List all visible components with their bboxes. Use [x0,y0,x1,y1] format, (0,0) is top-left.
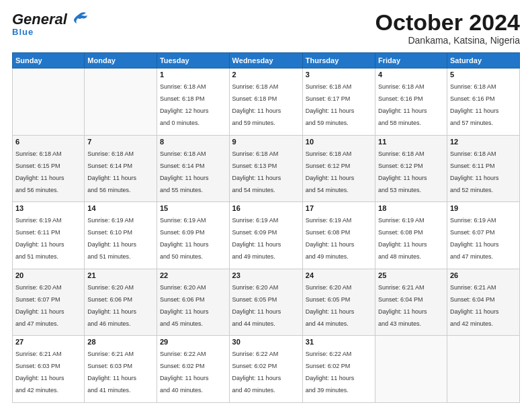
day-details: Sunrise: 6:18 AMSunset: 6:15 PMDaylight:… [15,150,64,193]
day-cell: 14 Sunrise: 6:19 AMSunset: 6:10 PMDaylig… [85,202,157,269]
day-details: Sunrise: 6:18 AMSunset: 6:13 PMDaylight:… [232,150,281,193]
day-details: Sunrise: 6:19 AMSunset: 6:11 PMDaylight:… [15,217,64,260]
header-saturday: Saturday [447,53,519,68]
day-number: 4 [378,71,444,79]
day-details: Sunrise: 6:22 AMSunset: 6:02 PMDaylight:… [160,351,209,394]
day-details: Sunrise: 6:20 AMSunset: 6:07 PMDaylight:… [15,284,64,327]
day-number: 17 [306,204,372,212]
week-row-2: 6 Sunrise: 6:18 AMSunset: 6:15 PMDayligh… [13,135,520,202]
day-number: 6 [15,138,81,146]
day-number: 10 [306,138,372,146]
day-number: 15 [160,204,226,212]
day-cell: 31 Sunrise: 6:22 AMSunset: 6:02 PMDaylig… [302,336,375,403]
header-friday: Friday [375,53,447,68]
week-row-3: 13 Sunrise: 6:19 AMSunset: 6:11 PMDaylig… [13,202,520,269]
day-cell [447,336,519,403]
header-thursday: Thursday [302,53,375,68]
day-number: 21 [87,271,154,279]
header-sunday: Sunday [13,53,85,68]
day-details: Sunrise: 6:18 AMSunset: 6:18 PMDaylight:… [160,83,209,126]
day-cell: 23 Sunrise: 6:20 AMSunset: 6:05 PMDaylig… [229,269,302,336]
day-details: Sunrise: 6:18 AMSunset: 6:12 PMDaylight:… [306,150,355,193]
day-cell: 20 Sunrise: 6:20 AMSunset: 6:07 PMDaylig… [13,269,85,336]
day-details: Sunrise: 6:19 AMSunset: 6:09 PMDaylight:… [232,217,281,260]
day-details: Sunrise: 6:18 AMSunset: 6:12 PMDaylight:… [378,150,427,193]
day-cell: 2 Sunrise: 6:18 AMSunset: 6:18 PMDayligh… [229,68,302,136]
day-details: Sunrise: 6:18 AMSunset: 6:18 PMDaylight:… [232,83,281,126]
day-cell: 16 Sunrise: 6:19 AMSunset: 6:09 PMDaylig… [229,202,302,269]
day-number: 9 [232,138,300,146]
day-cell [13,68,85,136]
logo: General Blue [12,11,89,37]
day-number: 1 [160,71,226,79]
weekday-header-row: Sunday Monday Tuesday Wednesday Thursday… [13,53,520,68]
day-cell: 15 Sunrise: 6:19 AMSunset: 6:09 PMDaylig… [157,202,229,269]
day-number: 8 [160,138,226,146]
day-cell: 28 Sunrise: 6:21 AMSunset: 6:03 PMDaylig… [85,336,157,403]
day-details: Sunrise: 6:18 AMSunset: 6:17 PMDaylight:… [306,83,355,126]
day-number: 30 [232,338,300,346]
day-details: Sunrise: 6:20 AMSunset: 6:06 PMDaylight:… [160,284,209,327]
day-cell: 17 Sunrise: 6:19 AMSunset: 6:08 PMDaylig… [302,202,375,269]
day-details: Sunrise: 6:18 AMSunset: 6:16 PMDaylight:… [378,83,427,126]
day-number: 23 [232,271,300,279]
day-cell: 12 Sunrise: 6:18 AMSunset: 6:11 PMDaylig… [447,135,519,202]
day-number: 29 [160,338,226,346]
header-tuesday: Tuesday [157,53,229,68]
day-number: 5 [450,71,517,79]
day-number: 31 [306,338,372,346]
day-cell: 5 Sunrise: 6:18 AMSunset: 6:16 PMDayligh… [447,68,519,136]
page: General Blue October 2024 Dankama, Katsi… [0,0,532,411]
day-cell: 1 Sunrise: 6:18 AMSunset: 6:18 PMDayligh… [157,68,229,136]
day-number: 19 [450,204,517,212]
day-details: Sunrise: 6:21 AMSunset: 6:03 PMDaylight:… [15,351,64,394]
week-row-4: 20 Sunrise: 6:20 AMSunset: 6:07 PMDaylig… [13,269,520,336]
day-cell: 4 Sunrise: 6:18 AMSunset: 6:16 PMDayligh… [375,68,447,136]
day-details: Sunrise: 6:21 AMSunset: 6:03 PMDaylight:… [87,351,136,394]
day-cell [85,68,157,136]
day-cell: 30 Sunrise: 6:22 AMSunset: 6:02 PMDaylig… [229,336,302,403]
day-number: 7 [87,138,154,146]
day-details: Sunrise: 6:21 AMSunset: 6:04 PMDaylight:… [450,284,499,327]
day-details: Sunrise: 6:21 AMSunset: 6:04 PMDaylight:… [378,284,427,327]
day-cell: 3 Sunrise: 6:18 AMSunset: 6:17 PMDayligh… [302,68,375,136]
day-details: Sunrise: 6:19 AMSunset: 6:08 PMDaylight:… [306,217,355,260]
day-details: Sunrise: 6:19 AMSunset: 6:10 PMDaylight:… [87,217,136,260]
day-details: Sunrise: 6:18 AMSunset: 6:16 PMDaylight:… [450,83,499,126]
day-details: Sunrise: 6:18 AMSunset: 6:14 PMDaylight:… [160,150,209,193]
logo-bird-icon [70,11,89,26]
day-details: Sunrise: 6:22 AMSunset: 6:02 PMDaylight:… [232,351,281,394]
day-number: 18 [378,204,444,212]
day-number: 14 [87,204,154,212]
day-number: 27 [15,338,81,346]
day-cell: 24 Sunrise: 6:20 AMSunset: 6:05 PMDaylig… [302,269,375,336]
day-cell: 10 Sunrise: 6:18 AMSunset: 6:12 PMDaylig… [302,135,375,202]
day-details: Sunrise: 6:19 AMSunset: 6:09 PMDaylight:… [160,217,209,260]
day-cell: 25 Sunrise: 6:21 AMSunset: 6:04 PMDaylig… [375,269,447,336]
week-row-1: 1 Sunrise: 6:18 AMSunset: 6:18 PMDayligh… [13,68,520,136]
day-details: Sunrise: 6:18 AMSunset: 6:11 PMDaylight:… [450,150,499,193]
day-number: 26 [450,271,517,279]
day-details: Sunrise: 6:20 AMSunset: 6:06 PMDaylight:… [87,284,136,327]
day-cell [375,336,447,403]
day-number: 22 [160,271,226,279]
header-monday: Monday [85,53,157,68]
day-number: 12 [450,138,517,146]
day-number: 20 [15,271,81,279]
header-wednesday: Wednesday [229,53,302,68]
location-subtitle: Dankama, Katsina, Nigeria [375,35,520,46]
day-details: Sunrise: 6:19 AMSunset: 6:08 PMDaylight:… [378,217,427,260]
day-details: Sunrise: 6:20 AMSunset: 6:05 PMDaylight:… [306,284,355,327]
day-cell: 22 Sunrise: 6:20 AMSunset: 6:06 PMDaylig… [157,269,229,336]
day-number: 28 [87,338,154,346]
logo-general-text: General [12,11,67,28]
day-details: Sunrise: 6:19 AMSunset: 6:07 PMDaylight:… [450,217,499,260]
day-number: 11 [378,138,444,146]
header: General Blue October 2024 Dankama, Katsi… [12,11,520,46]
day-cell: 8 Sunrise: 6:18 AMSunset: 6:14 PMDayligh… [157,135,229,202]
day-cell: 6 Sunrise: 6:18 AMSunset: 6:15 PMDayligh… [13,135,85,202]
day-cell: 29 Sunrise: 6:22 AMSunset: 6:02 PMDaylig… [157,336,229,403]
day-cell: 13 Sunrise: 6:19 AMSunset: 6:11 PMDaylig… [13,202,85,269]
day-details: Sunrise: 6:20 AMSunset: 6:05 PMDaylight:… [232,284,281,327]
day-cell: 11 Sunrise: 6:18 AMSunset: 6:12 PMDaylig… [375,135,447,202]
